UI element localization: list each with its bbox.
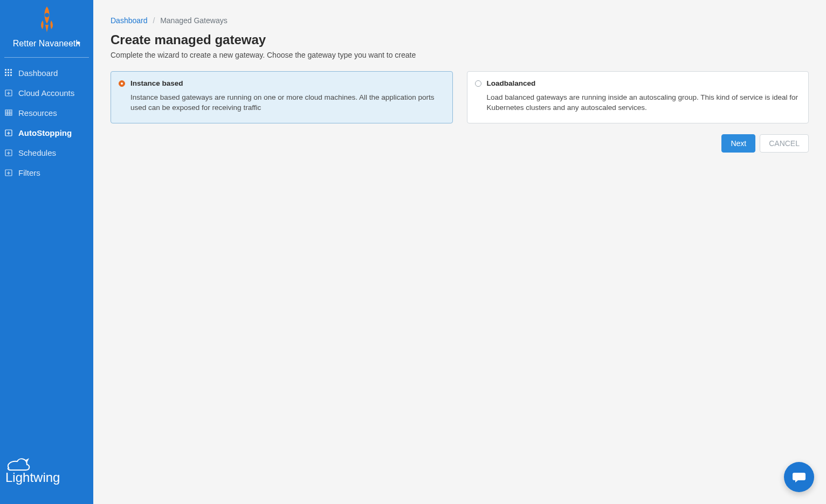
grid-icon (4, 68, 13, 77)
breadcrumb-root[interactable]: Dashboard (111, 16, 148, 25)
sidebar-item-label: Resources (18, 108, 57, 118)
svg-rect-8 (8, 74, 9, 76)
rocket-icon (36, 5, 58, 33)
lightwing-logo: Lightwing (5, 457, 75, 487)
cancel-button[interactable]: CANCEL (760, 134, 809, 153)
brand-logo (0, 0, 93, 38)
calendar-plus-icon (4, 148, 13, 157)
user-name: Retter Navaneeth (13, 38, 80, 50)
chat-launcher[interactable] (784, 462, 814, 492)
breadcrumb-current: Managed Gateways (160, 16, 228, 25)
calendar-plus-icon (4, 88, 13, 97)
sidebar: Retter Navaneeth Dashboard Cloud Account… (0, 0, 93, 504)
breadcrumb: Dashboard / Managed Gateways (111, 16, 809, 25)
svg-rect-7 (5, 74, 6, 76)
page-title: Create managed gateway (111, 32, 809, 47)
option-instance-based[interactable]: Instance based Instance based gateways a… (111, 71, 453, 123)
sidebar-item-label: Schedules (18, 148, 56, 157)
wizard-actions: Next CANCEL (111, 134, 809, 153)
divider (4, 57, 89, 58)
svg-rect-9 (10, 74, 12, 76)
svg-rect-5 (8, 72, 9, 73)
sidebar-item-schedules[interactable]: Schedules (0, 143, 93, 163)
sidebar-item-resources[interactable]: Resources (0, 103, 93, 123)
sidebar-item-label: Dashboard (18, 68, 58, 78)
option-loadbalanced[interactable]: Loadbalanced Load balanced gateways are … (467, 71, 809, 123)
chevron-down-icon (76, 42, 80, 45)
option-title: Loadbalanced (487, 79, 536, 87)
sidebar-item-filters[interactable]: Filters (0, 163, 93, 183)
lightwing-text: Lightwing (5, 470, 60, 485)
svg-rect-1 (5, 69, 6, 71)
option-description: Load balanced gateways are running insid… (475, 93, 800, 113)
radio-icon (475, 80, 481, 87)
svg-point-0 (45, 13, 49, 17)
breadcrumb-separator: / (153, 16, 155, 25)
sidebar-item-label: Filters (18, 168, 40, 177)
sidebar-item-label: AutoStopping (18, 128, 72, 137)
svg-rect-4 (5, 72, 6, 73)
user-menu[interactable]: Retter Navaneeth (0, 38, 93, 57)
page-subtitle: Complete the wizard to create a new gate… (111, 51, 809, 59)
calendar-plus-icon (4, 168, 13, 177)
svg-rect-13 (5, 110, 12, 115)
option-description: Instance based gateways are running on o… (119, 93, 444, 113)
table-icon (4, 108, 13, 117)
sidebar-item-label: Cloud Accounts (18, 88, 74, 98)
radio-icon (119, 80, 125, 87)
next-button[interactable]: Next (721, 134, 755, 153)
calendar-plus-icon (4, 128, 13, 137)
svg-rect-6 (10, 72, 12, 73)
sidebar-footer: Lightwing (0, 448, 93, 504)
option-title: Instance based (130, 79, 183, 87)
svg-rect-3 (10, 69, 12, 71)
main-content: Dashboard / Managed Gateways Create mana… (93, 0, 826, 504)
gateway-type-options: Instance based Instance based gateways a… (111, 71, 809, 123)
nav: Dashboard Cloud Accounts Resources AutoS… (0, 63, 93, 183)
chat-icon (791, 470, 807, 485)
sidebar-item-autostopping[interactable]: AutoStopping (0, 123, 93, 143)
sidebar-item-dashboard[interactable]: Dashboard (0, 63, 93, 83)
sidebar-item-cloud-accounts[interactable]: Cloud Accounts (0, 83, 93, 103)
svg-rect-2 (8, 69, 9, 71)
